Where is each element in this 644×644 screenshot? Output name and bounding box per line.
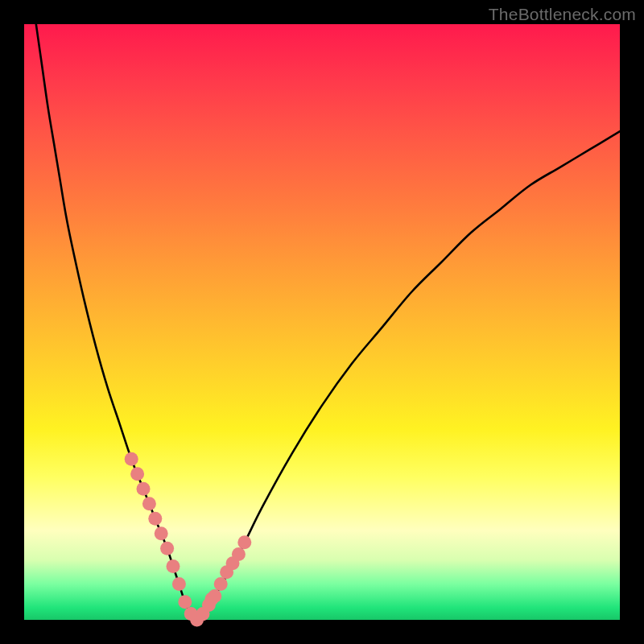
curve-marker xyxy=(142,497,156,510)
watermark-text: TheBottleneck.com xyxy=(489,5,636,24)
curve-marker xyxy=(137,482,151,496)
curve-marker xyxy=(160,542,174,555)
bottleneck-curve xyxy=(36,24,620,620)
curve-marker xyxy=(232,547,246,561)
chart-svg xyxy=(24,24,620,620)
curve-marker xyxy=(130,467,144,481)
curve-marker xyxy=(178,595,192,609)
curve-marker xyxy=(148,512,162,526)
curve-marker xyxy=(167,559,180,573)
curve-marker xyxy=(214,577,228,591)
curve-marker xyxy=(237,535,251,549)
curve-marker xyxy=(172,577,186,591)
chart-frame: TheBottleneck.com xyxy=(0,0,644,644)
curve-markers xyxy=(125,452,252,627)
curve-marker xyxy=(208,589,221,603)
curve-marker xyxy=(125,452,138,466)
curve-marker xyxy=(155,526,168,540)
